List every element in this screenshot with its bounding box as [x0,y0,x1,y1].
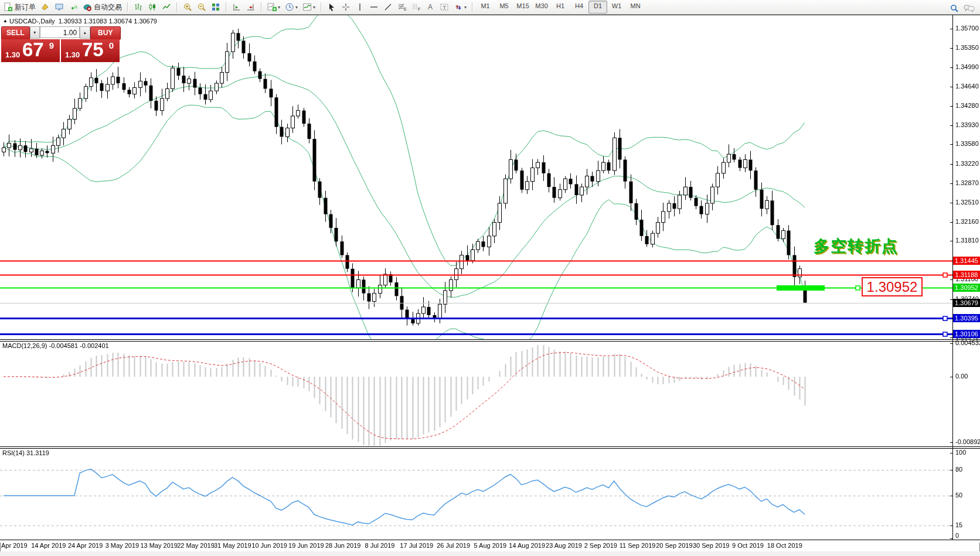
auto-scroll-icon [232,2,241,12]
cursor-icon [327,2,336,12]
crosshair-button[interactable] [339,0,353,14]
chevron-down-icon: ▾ [278,5,280,10]
new-order-button[interactable]: 新订单 [1,0,38,14]
horizontal-line-button[interactable] [367,0,381,14]
volume-increase-button[interactable]: ▴ [80,26,90,39]
svg-text:F: F [418,7,420,11]
horizontal-line-icon [369,2,379,12]
zoom-out-button[interactable] [195,0,209,14]
sell-button[interactable]: SELL [1,26,30,40]
price-tick: 1.35350 [955,44,979,51]
toolbar-separator [226,2,227,12]
chevron-down-icon: ▾ [295,5,298,10]
buy-button[interactable]: BUY [90,26,121,40]
chart-annotation-text: 多空转折点 [814,236,919,257]
zoom-in-button[interactable] [181,0,195,14]
text-label-button[interactable]: T [437,0,451,14]
price-tick: 1.31810 [955,237,979,244]
zoom-in-icon [183,2,192,12]
indicators-icon [267,2,277,12]
templates-button[interactable]: ▾ [300,0,318,14]
trendline-button[interactable] [381,0,395,14]
auto-scroll-button[interactable] [230,0,244,14]
toolbar-separator [127,2,128,12]
fibo-grid-button[interactable]: F [409,0,423,14]
date-label: 23 Aug 2019 [546,542,582,549]
signals-button[interactable] [66,0,80,14]
date-label: 9 Oct 2019 [732,542,764,549]
window-bottom-edge [0,551,980,556]
cursor-button[interactable] [325,0,339,14]
vertical-line-icon [355,2,365,12]
line-chart-button[interactable] [159,0,173,14]
tile-windows-icon [211,2,220,12]
volume-decrease-button[interactable]: ▾ [30,26,40,39]
periods-button[interactable]: ▾ [283,0,300,14]
text-button[interactable]: A [423,0,437,14]
chart-shift-icon [246,2,256,12]
chart-plot-canvas[interactable] [0,15,980,543]
timeframe-button-h1[interactable]: H1 [551,1,570,13]
tile-windows-button[interactable] [209,0,223,14]
buy-price-big: 75 [82,39,104,61]
timeframe-button-w1[interactable]: W1 [607,1,626,13]
timeframe-button-d1[interactable]: D1 [588,1,607,13]
fibo-retracement-icon: E [397,2,407,12]
rsi-tick: 50 [955,492,962,499]
buy-price-sup: 0 [109,40,114,50]
chat-icon [964,4,975,13]
date-label: 5 Aug 2019 [474,542,507,549]
toolbar-separator [176,2,178,12]
toolbar-separator [321,2,322,12]
navigator-button[interactable] [38,0,52,14]
price-tick: 1.33930 [955,121,979,128]
template-icon [302,2,312,12]
timeframe-button-m15[interactable]: M15 [513,1,532,13]
arrows-button[interactable]: ▾ [451,0,469,14]
collapse-window-icon[interactable]: ▲ [3,18,8,23]
autotrade-button[interactable]: 自动交易 [80,0,124,14]
timeframe-button-h4[interactable]: H4 [570,1,588,13]
one-click-trading-panel: SELL ▾ ▴ BUY 1.30 67 9 1.30 75 0 [1,26,121,62]
toolbar-separator [261,2,262,12]
signal-icon [69,2,78,12]
date-label: 13 May 2019 [140,542,178,549]
date-label: 30 Sep 2019 [693,542,729,549]
candlestick-chart-button[interactable] [145,0,159,14]
price-tick: 1.32510 [955,199,979,206]
indicators-button[interactable]: ▾ [265,0,283,14]
chart-symbol-period: USDCAD-,Daily [9,18,55,25]
search-button[interactable] [947,1,961,15]
price-badge: 1.31445 [953,257,980,265]
zoom-out-icon [197,2,206,12]
timeframe-button-m30[interactable]: M30 [532,1,551,13]
rsi-tick: 0 [955,532,959,539]
date-label: 18 Oct 2019 [767,542,802,549]
timeframe-button-m5[interactable]: M5 [495,1,513,13]
buy-price-display[interactable]: 1.30 75 0 [61,39,120,62]
chart-shift-button[interactable] [244,0,258,14]
date-label: 14 Aug 2019 [509,542,545,549]
price-tick: 1.34990 [955,63,979,70]
price-badge: 1.30106 [953,330,980,338]
chat-button[interactable] [961,1,978,15]
timeframe-button-mn[interactable]: MN [626,1,645,13]
sell-price-big: 67 [22,39,44,61]
bar-chart-button[interactable] [131,0,145,14]
vertical-line-button[interactable] [353,0,367,14]
price-tick: 1.33580 [955,140,979,147]
rsi-tick: 15 [955,521,962,528]
fibo-retracement-button[interactable]: E [395,0,409,14]
price-tick: 1.32870 [955,179,979,186]
svg-text:A: A [428,3,433,11]
timeframe-group: M1M5M15M30H1H4D1W1MN [475,1,646,13]
search-icon [950,4,959,13]
volume-input[interactable] [40,26,80,38]
monitor-icon [55,2,64,12]
market-watch-button[interactable] [52,0,66,14]
timeframe-button-m1[interactable]: M1 [476,1,495,13]
line-chart-icon [162,2,171,12]
macd-tick: 0.00 [955,373,968,380]
sell-price-display[interactable]: 1.30 67 9 [1,39,60,62]
price-badge: 1.30679 [953,299,980,307]
